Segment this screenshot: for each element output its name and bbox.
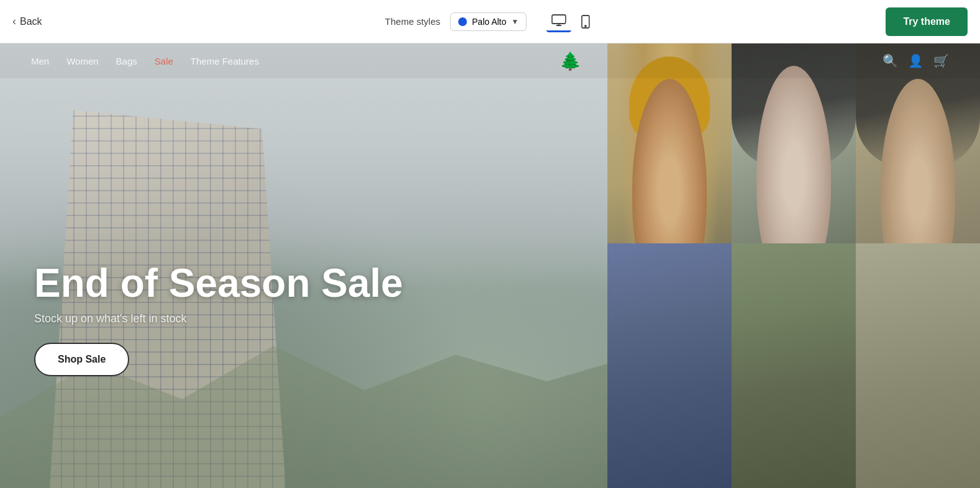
desktop-icon[interactable]	[547, 11, 571, 32]
store-logo: 🌲	[560, 51, 581, 71]
nav-women[interactable]: Women	[66, 56, 98, 66]
hero-subtitle: Stock up on what's left in stock	[34, 312, 403, 325]
device-icons	[547, 11, 595, 32]
try-theme-button[interactable]: Try theme	[886, 7, 968, 36]
shop-sale-button[interactable]: Shop Sale	[34, 343, 129, 376]
theme-styles-label: Theme styles	[385, 16, 440, 27]
hero-section: End of Season Sale Stock up on what's le…	[0, 43, 980, 488]
hero-right-panel	[607, 43, 980, 488]
svg-point-4	[585, 25, 586, 27]
hero-left-panel: End of Season Sale Stock up on what's le…	[0, 43, 607, 488]
chevron-down-icon: ▼	[511, 17, 519, 26]
nav-links: Men Women Bags Sale Theme Features	[31, 56, 259, 66]
mobile-icon[interactable]	[576, 11, 595, 32]
topbar-center: Theme styles Palo Alto ▼	[385, 11, 595, 32]
back-arrow-icon: ‹	[12, 15, 16, 28]
nav-sale[interactable]: Sale	[155, 56, 173, 66]
theme-color-dot	[458, 17, 467, 26]
store-navbar: Men Women Bags Sale Theme Features 🌲 🔍 👤…	[0, 43, 980, 78]
person-panel-3	[856, 43, 980, 488]
nav-icons: 🔍 👤 🛒	[882, 53, 949, 68]
svg-rect-0	[552, 15, 566, 24]
topbar: ‹ Back Theme styles Palo Alto ▼	[0, 0, 980, 43]
jacket-1	[607, 243, 732, 488]
nav-theme-features[interactable]: Theme Features	[191, 56, 259, 66]
theme-name: Palo Alto	[472, 17, 506, 27]
search-icon[interactable]: 🔍	[882, 53, 898, 68]
person-panel-2	[732, 43, 856, 488]
nav-bags[interactable]: Bags	[116, 56, 137, 66]
cart-icon[interactable]: 🛒	[933, 53, 949, 68]
theme-dropdown[interactable]: Palo Alto ▼	[450, 12, 527, 31]
hero-text-block: End of Season Sale Stock up on what's le…	[34, 261, 403, 376]
jacket-3	[856, 243, 980, 488]
jacket-2	[732, 243, 856, 488]
back-label: Back	[20, 16, 42, 27]
nav-men[interactable]: Men	[31, 56, 49, 66]
person-panel-1	[607, 43, 732, 488]
hero-title: End of Season Sale	[34, 261, 403, 305]
account-icon[interactable]: 👤	[908, 53, 923, 68]
preview-area: Men Women Bags Sale Theme Features 🌲 🔍 👤…	[0, 43, 980, 488]
back-button[interactable]: ‹ Back	[12, 15, 42, 28]
